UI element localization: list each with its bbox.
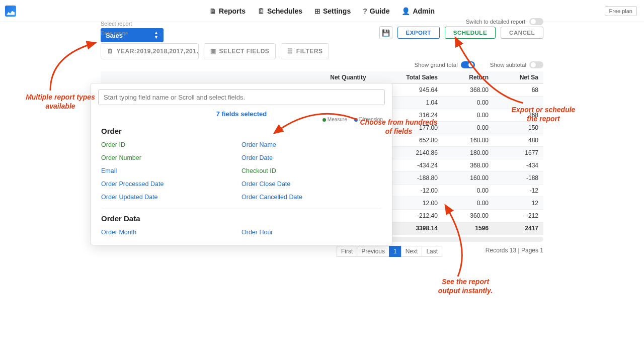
table-cell: 68 [494,84,543,97]
nav-label: Reports [219,7,246,15]
subtotal-label: Show subtotal [490,62,526,68]
grand-total-toggle[interactable] [461,61,475,68]
field-option[interactable]: Order Cancelled Date [242,191,382,204]
table-cell: 0.00 [443,197,494,210]
admin-icon: 👤 [401,7,410,15]
table-header: Net Quantity [292,71,371,84]
nav-links: 🗎Reports 🗓Schedules ⊞Settings ?Guide 👤Ad… [209,7,435,15]
field-option[interactable]: Email [101,164,242,177]
nav-settings[interactable]: ⊞Settings [314,7,351,15]
free-plan-badge[interactable]: Free plan [605,6,637,16]
field-option[interactable]: Order Hour [242,226,382,239]
filters-label: FILTERS [296,48,323,55]
detailed-label: Switch to detailed report [466,19,525,25]
table-cell: 160.00 [443,134,494,147]
table-cell: -434 [494,159,543,172]
daterange-picker[interactable]: 🗓 YEAR:2019,2018,2017,201... [101,43,199,59]
field-group-title: Order [101,127,382,135]
field-option[interactable]: Order Processed Date [101,177,242,191]
settings-icon: ⊞ [314,7,320,15]
table-header [101,71,292,84]
filter-icon: ☰ [287,48,293,55]
grand-total-label: Show grand total [414,62,457,68]
detailed-toggle[interactable] [529,18,543,25]
nav-admin[interactable]: 👤Admin [401,7,435,15]
chevron-updown-icon: ▲▼ [154,31,158,40]
toolbar: 🗓 YEAR:2019,2018,2017,201... ▣ SELECT FI… [101,43,543,59]
field-option[interactable]: Order ID [101,138,242,151]
nav-label: Guide [370,7,390,15]
field-option[interactable]: Order Name [242,138,382,151]
daterange-value: YEAR:2019,2018,2017,201... [117,48,199,55]
field-option[interactable]: Order Number [101,151,242,164]
nav-label: Schedules [267,7,302,15]
fields-dropdown: 7 fields selected Measure Dimension Orde… [91,83,392,245]
table-cell: 0.00 [443,185,494,197]
table-cell: 0.00 [443,109,494,122]
field-search-input[interactable] [98,89,385,105]
page-first[interactable]: First [337,246,357,257]
nav-schedules[interactable]: 🗓Schedules [258,7,302,15]
annotation-output: See the reportoutput instantly. [428,278,503,295]
table-cell: 160.00 [443,172,494,185]
nav-label: Admin [413,7,435,15]
table-cell: 368.00 [443,159,494,172]
subtotal-toggle[interactable] [529,61,543,68]
table-cell: 1596 [443,222,494,235]
legend-dimension: Dimension [359,117,383,122]
nav-guide[interactable]: ?Guide [363,7,389,15]
app-logo [5,6,16,17]
select-fields-label: SELECT FIELDS [219,48,270,55]
table-cell: -12 [494,185,543,197]
page-last[interactable]: Last [422,246,442,257]
table-cell [494,97,543,109]
table-cell: 150 [494,122,543,134]
table-cell: -212 [494,210,543,222]
field-option[interactable]: Order Close Date [242,177,382,191]
field-option[interactable]: Order Date [242,151,382,164]
select-fields-button[interactable]: ▣ SELECT FIELDS [204,43,276,59]
table-header: Net Sa [494,71,543,84]
nav-label: Settings [323,7,351,15]
fields-list[interactable]: OrderOrder IDOrder NameOrder NumberOrder… [91,119,392,245]
table-cell: 12 [494,197,543,210]
totals-toggles: Show grand total Show subtotal [101,61,543,68]
daterange-label: Date range [101,30,543,36]
filters-button[interactable]: ☰ FILTERS [281,43,329,59]
schedules-icon: 🗓 [258,7,265,15]
table-cell: 368.00 [443,84,494,97]
table-cell: 0.00 [443,97,494,109]
guide-icon: ? [363,7,367,15]
record-count: Records 13 | Pages 1 [486,247,543,254]
calendar-icon: 🗓 [107,48,114,55]
page-1[interactable]: 1 [389,246,401,257]
field-option[interactable]: Order Month [101,226,242,239]
reports-icon: 🗎 [209,7,216,15]
table-cell: 0.00 [443,122,494,134]
table-cell: 1677 [494,147,543,159]
table-cell: 480 [494,134,543,147]
table-cell: 180.00 [443,147,494,159]
field-option[interactable]: Order Updated Date [101,191,242,204]
fields-icon: ▣ [210,48,216,55]
table-cell: -188 [494,172,543,185]
table-header: Total Sales [371,71,443,84]
measure-dot-icon [323,118,326,122]
page-next[interactable]: Next [401,246,423,257]
table-cell: 360.00 [443,210,494,222]
dimension-dot-icon [354,118,358,122]
field-group-title: Order Data [101,214,382,223]
detailed-toggle-row: Switch to detailed report [101,18,543,25]
legend-measure: Measure [328,117,347,122]
nav-reports[interactable]: 🗎Reports [209,7,246,15]
field-legend: Measure Dimension [323,117,383,122]
table-cell: 2417 [494,222,543,235]
field-option[interactable]: Checkout ID [242,164,382,177]
table-cell: 268 [494,109,543,122]
page-prev[interactable]: Previous [357,246,389,257]
table-header: Return [443,71,494,84]
